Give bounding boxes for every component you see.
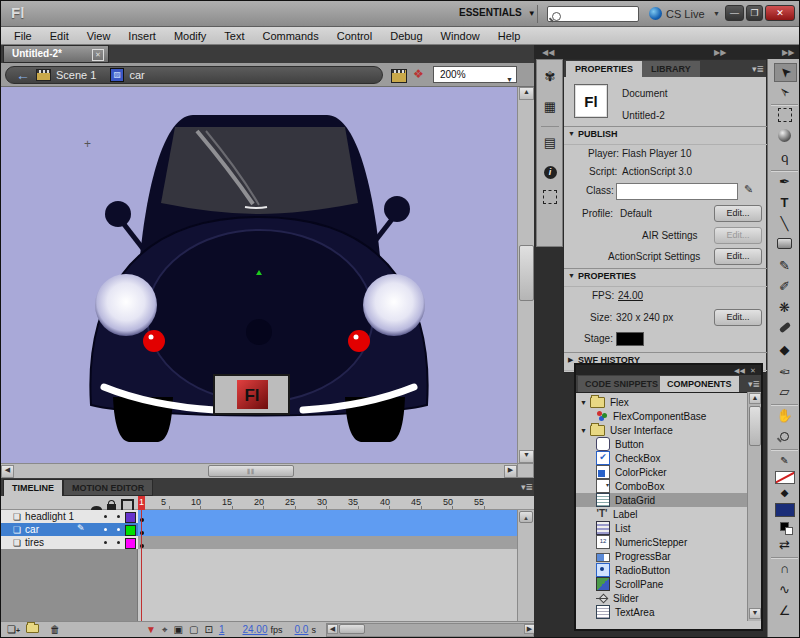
current-frame-value[interactable]: 1	[219, 624, 225, 635]
menu-window[interactable]: Window	[432, 28, 489, 44]
components-scroll-thumb[interactable]	[749, 406, 761, 446]
publish-section-header[interactable]: ▼PUBLISH	[564, 126, 780, 145]
tree-folder-user-interface[interactable]: ▼User Interface	[576, 423, 747, 437]
lock-dot[interactable]	[117, 528, 120, 531]
stroke-color-swatch[interactable]	[775, 471, 795, 484]
align-panel-icon[interactable]: ▤	[541, 134, 559, 152]
tree-item-numericstepper[interactable]: 12NumericStepper	[576, 535, 747, 549]
symbol-label[interactable]: car	[129, 69, 144, 81]
lock-dot[interactable]	[117, 541, 120, 544]
scroll-left-icon[interactable]: ◀	[1, 465, 14, 478]
tree-folder-flex[interactable]: ▼Flex	[576, 395, 747, 409]
straighten-option-icon[interactable]: ∠	[774, 603, 795, 620]
horizontal-scroll-thumb[interactable]: ⦀⦀	[208, 465, 294, 477]
layer-name[interactable]: car	[25, 524, 39, 535]
panel-menu-icon[interactable]: ▾≣	[748, 379, 760, 389]
timeline-scroll-thumb[interactable]: ▲	[519, 511, 533, 523]
visibility-dot[interactable]	[104, 515, 107, 518]
center-frame-icon[interactable]: ⌖	[162, 624, 168, 636]
as3-settings-edit-button[interactable]: Edit...	[714, 248, 762, 265]
stage-vertical-scrollbar[interactable]: ▲ ▼	[517, 87, 534, 463]
elapsed-time-value[interactable]: 0.0	[295, 624, 309, 635]
edit-class-pencil-icon[interactable]: ✎	[744, 183, 753, 196]
minimize-button[interactable]: —	[725, 5, 744, 21]
car-artwork[interactable]: Fl	[1, 87, 517, 463]
layer-name[interactable]: headlight 1	[25, 511, 74, 522]
tab-timeline[interactable]: TIMELINE	[3, 479, 63, 496]
stage-canvas[interactable]: +	[1, 87, 517, 463]
search-input[interactable]	[547, 6, 639, 22]
vertical-scroll-thumb[interactable]	[519, 245, 534, 301]
restore-button[interactable]: ❐	[746, 5, 763, 21]
bone-tool[interactable]	[774, 321, 795, 338]
tab-properties[interactable]: PROPERTIES	[566, 61, 642, 77]
tab-motion-editor[interactable]: MOTION EDITOR	[63, 479, 153, 496]
edit-multiple-frames-icon[interactable]: ⊡	[205, 624, 213, 635]
eraser-tool[interactable]: ▱	[774, 384, 795, 401]
tab-code-snippets[interactable]: CODE SNIPPETS	[578, 376, 665, 392]
tab-components[interactable]: COMPONENTS	[660, 376, 739, 392]
menu-modify[interactable]: Modify	[165, 28, 215, 44]
rectangle-tool[interactable]	[774, 237, 795, 254]
selection-tool[interactable]: ➤	[774, 63, 797, 82]
collapse-to-icons-left-icon[interactable]: ◀◀	[542, 48, 554, 57]
scroll-up-icon[interactable]: ▲	[749, 393, 761, 404]
tree-item-progressbar[interactable]: ProgressBar	[576, 549, 747, 563]
cs-live-dropdown-icon[interactable]: ▼	[713, 10, 720, 17]
tree-item-flexcomponentbase[interactable]: FlexComponentBase	[576, 409, 747, 423]
tree-item-radiobutton[interactable]: RadioButton	[576, 563, 747, 577]
stage-color-swatch[interactable]	[616, 332, 644, 346]
menu-help[interactable]: Help	[489, 28, 530, 44]
transform-panel-icon[interactable]	[541, 190, 559, 208]
delete-layer-button[interactable]: 🗑︎	[50, 624, 60, 635]
lock-dot[interactable]	[117, 515, 120, 518]
menu-view[interactable]: View	[78, 28, 120, 44]
frames-headlight1[interactable]	[138, 510, 517, 524]
tree-item-slider[interactable]: Slider	[576, 591, 747, 605]
panel-menu-icon[interactable]: ▾≣	[752, 64, 764, 74]
visibility-dot[interactable]	[104, 528, 107, 531]
collapse-tools-icon[interactable]: ▶▶	[782, 48, 794, 57]
timeline-hscroll-thumb[interactable]	[339, 624, 365, 634]
menu-control[interactable]: Control	[328, 28, 381, 44]
menu-text[interactable]: Text	[215, 28, 253, 44]
zoom-level-select[interactable]: 200% ▼	[433, 66, 517, 83]
timeline-horizontal-scrollbar[interactable]: ◀ ▶	[326, 623, 534, 637]
tree-item-datagrid[interactable]: DataGrid	[576, 493, 747, 507]
collapse-panel-icon[interactable]: ◀◀	[734, 367, 745, 375]
onion-skin-icon[interactable]: ▣	[174, 624, 183, 635]
deco-tool[interactable]: ❋	[774, 300, 795, 317]
info-panel-icon[interactable]: i	[541, 162, 559, 180]
close-tab-icon[interactable]: ✕	[92, 49, 104, 61]
scroll-down-icon[interactable]: ▼	[519, 450, 534, 463]
edit-scene-icon[interactable]	[391, 69, 407, 83]
fill-color-swatch[interactable]	[775, 503, 795, 517]
tab-library[interactable]: LIBRARY	[642, 61, 700, 77]
scene-label[interactable]: Scene 1	[56, 69, 96, 81]
swap-colors-icon[interactable]: ⇄	[774, 537, 795, 554]
onion-skin-outlines-icon[interactable]: ▢	[189, 624, 198, 635]
edit-symbols-icon[interactable]: ❖	[413, 67, 424, 81]
zoom-tool[interactable]	[774, 429, 795, 446]
tree-item-colorpicker[interactable]: ColorPicker	[576, 465, 747, 479]
frame-rate-value[interactable]: 24.00	[242, 624, 267, 635]
scroll-down-icon[interactable]: ▼	[749, 608, 761, 619]
frames-tires[interactable]	[138, 536, 517, 550]
subselection-tool[interactable]: ➢	[774, 84, 795, 101]
properties-section-header[interactable]: ▼PROPERTIES	[564, 268, 780, 287]
snap-to-objects-magnet-icon[interactable]: ∩	[774, 561, 795, 578]
close-panel-icon[interactable]: ✕	[750, 367, 756, 375]
scroll-up-icon[interactable]: ▲	[519, 87, 534, 100]
layer-name[interactable]: tires	[25, 537, 44, 548]
layer-row-tires[interactable]: ❏ tires	[1, 536, 138, 550]
menu-insert[interactable]: Insert	[119, 28, 165, 44]
frames-car[interactable]	[138, 523, 517, 537]
class-input[interactable]	[616, 183, 738, 200]
tree-item-textarea[interactable]: TextArea	[576, 605, 747, 619]
color-panel-icon[interactable]: ✾	[541, 68, 559, 86]
swatches-panel-icon[interactable]: ▦	[541, 98, 559, 116]
menu-file[interactable]: File	[5, 28, 41, 44]
profile-edit-button[interactable]: Edit...	[714, 205, 762, 222]
components-scrollbar[interactable]: ▲ ▼	[747, 392, 761, 621]
scroll-left-icon[interactable]: ◀	[327, 624, 338, 634]
